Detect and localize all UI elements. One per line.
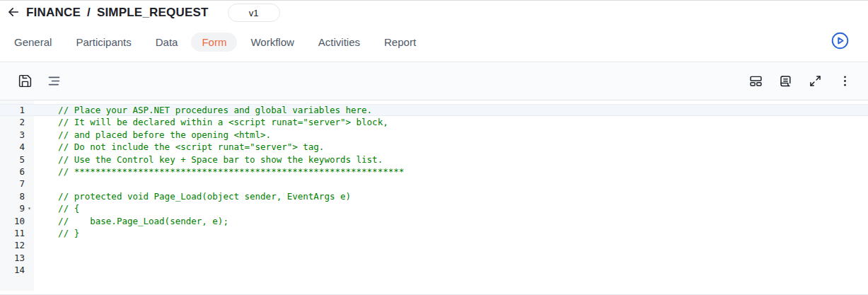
- tab-report[interactable]: Report: [384, 33, 416, 52]
- more-options-button[interactable]: [837, 74, 852, 89]
- line-number: 10: [0, 215, 25, 227]
- code-line-text[interactable]: // }: [34, 227, 868, 239]
- line-number: 5: [0, 154, 25, 166]
- code-line-text[interactable]: // Use the Control key + Space bar to sh…: [34, 154, 868, 166]
- breadcrumb-separator: /: [87, 6, 91, 20]
- save-button[interactable]: [17, 74, 33, 89]
- line-number: 7: [0, 178, 25, 190]
- line-number: 3: [0, 129, 25, 141]
- script-view-button[interactable]: [777, 74, 793, 89]
- line-number: 2: [0, 116, 25, 128]
- editor-line: 7: [0, 178, 868, 190]
- layout-view-button[interactable]: [748, 74, 763, 89]
- gutter-cell: 14: [0, 264, 34, 276]
- gutter-cell: 2: [0, 116, 34, 128]
- editor-line: 2 // It will be declared within a <scrip…: [0, 116, 868, 128]
- fold-arrow-icon[interactable]: ▾: [25, 202, 34, 214]
- tab-participants[interactable]: Participants: [76, 33, 131, 52]
- code-line-text[interactable]: // *************************************…: [34, 166, 868, 178]
- gutter-cell: 7: [0, 178, 34, 190]
- editor-line: 9 ▾ // {: [0, 202, 868, 214]
- code-line-text[interactable]: [34, 178, 868, 190]
- editor-line: 3 // and placed before the opening <html…: [0, 129, 868, 141]
- more-vertical-icon: [838, 74, 852, 88]
- editor-line: 5 // Use the Control key + Space bar to …: [0, 154, 868, 166]
- run-button[interactable]: [830, 32, 850, 52]
- code-line-text[interactable]: // Do not include the <script runat="ser…: [34, 141, 868, 153]
- editor-toolbar: [0, 62, 868, 100]
- line-number: 12: [0, 239, 25, 251]
- line-number: 1: [0, 104, 25, 116]
- tab-data[interactable]: Data: [156, 33, 178, 52]
- arrow-left-icon: [6, 5, 21, 21]
- line-number: 4: [0, 141, 25, 153]
- line-number: 6: [0, 166, 25, 178]
- line-number: 14: [0, 264, 25, 276]
- editor-line: 11 // }: [0, 227, 868, 239]
- editor-line: 12: [0, 239, 868, 251]
- play-circle-icon: [831, 31, 850, 52]
- save-icon: [18, 74, 33, 88]
- code-line-text[interactable]: [34, 264, 868, 276]
- breadcrumb: FINANCE / SIMPLE_REQUEST: [26, 6, 209, 20]
- gutter-cell: 6: [0, 166, 34, 178]
- gutter-cell: 3: [0, 129, 34, 141]
- editor-line: 10 // base.Page_Load(sender, e);: [0, 215, 868, 227]
- code-line-text[interactable]: [34, 239, 868, 251]
- tab-label: Activities: [318, 36, 360, 48]
- tab-general[interactable]: General: [14, 33, 52, 52]
- gutter-cell: 9 ▾: [0, 202, 34, 214]
- editor-line: 8 // protected void Page_Load(object sen…: [0, 190, 868, 202]
- format-lines-icon: [47, 74, 62, 88]
- code-line-text[interactable]: // Place your ASP.NET procedures and glo…: [34, 104, 868, 116]
- gutter-cell: 1: [0, 104, 34, 116]
- code-line-text[interactable]: // It will be declared within a <script …: [34, 116, 868, 128]
- line-number: 11: [0, 227, 25, 239]
- editor-line: 14: [0, 264, 868, 276]
- tab-label: Form: [202, 36, 226, 48]
- breadcrumb-parent: FINANCE: [26, 6, 81, 20]
- layout-panels-icon: [748, 74, 763, 88]
- tab-label: Report: [384, 36, 416, 48]
- app-window: FINANCE / SIMPLE_REQUEST v1 General Part…: [0, 0, 868, 295]
- gutter-cell: 5: [0, 154, 34, 166]
- gutter-cell: 8: [0, 190, 34, 202]
- code-editor[interactable]: 1 // Place your ASP.NET procedures and g…: [0, 100, 868, 294]
- tab-activities[interactable]: Activities: [318, 33, 360, 52]
- page-title: SIMPLE_REQUEST: [97, 6, 209, 20]
- version-badge[interactable]: v1: [228, 4, 280, 22]
- editor-line: 1 // Place your ASP.NET procedures and g…: [0, 104, 868, 116]
- expand-fullscreen-icon: [808, 74, 823, 88]
- toolbar-left-group: [17, 74, 62, 89]
- line-number: 9: [0, 202, 25, 214]
- format-code-button[interactable]: [46, 74, 62, 89]
- gutter-cell: 10: [0, 215, 34, 227]
- code-line-text[interactable]: [34, 252, 868, 264]
- editor-line: 6 // ***********************************…: [0, 166, 868, 178]
- tab-label: Participants: [76, 36, 131, 48]
- tab-label: Workflow: [250, 36, 294, 48]
- code-line-text[interactable]: // and placed before the opening <html>.: [34, 129, 868, 141]
- back-button[interactable]: [6, 5, 21, 21]
- gutter-cell: 12: [0, 239, 34, 251]
- line-number: 8: [0, 190, 25, 202]
- gutter-cell: 13: [0, 252, 34, 264]
- tab-bar: General Participants Data Form Workflow …: [0, 22, 868, 62]
- tab-list: General Participants Data Form Workflow …: [14, 33, 416, 52]
- tab-form[interactable]: Form: [191, 33, 237, 52]
- code-line-text[interactable]: // base.Page_Load(sender, e);: [34, 215, 868, 227]
- gutter-cell: 11: [0, 227, 34, 239]
- editor-line: 4 // Do not include the <script runat="s…: [0, 141, 868, 153]
- editor-line: 13: [0, 252, 868, 264]
- line-number: 13: [0, 252, 25, 264]
- code-line-text[interactable]: // protected void Page_Load(object sende…: [34, 190, 868, 202]
- tab-label: Data: [156, 36, 178, 48]
- tab-workflow[interactable]: Workflow: [250, 33, 294, 52]
- gutter-cell: 4: [0, 141, 34, 153]
- toolbar-right-group: [748, 74, 852, 89]
- title-bar: FINANCE / SIMPLE_REQUEST v1: [0, 1, 868, 22]
- tab-label: General: [14, 36, 52, 48]
- script-scroll-icon: [778, 74, 793, 88]
- code-line-text[interactable]: // {: [34, 202, 868, 214]
- fullscreen-button[interactable]: [807, 74, 823, 89]
